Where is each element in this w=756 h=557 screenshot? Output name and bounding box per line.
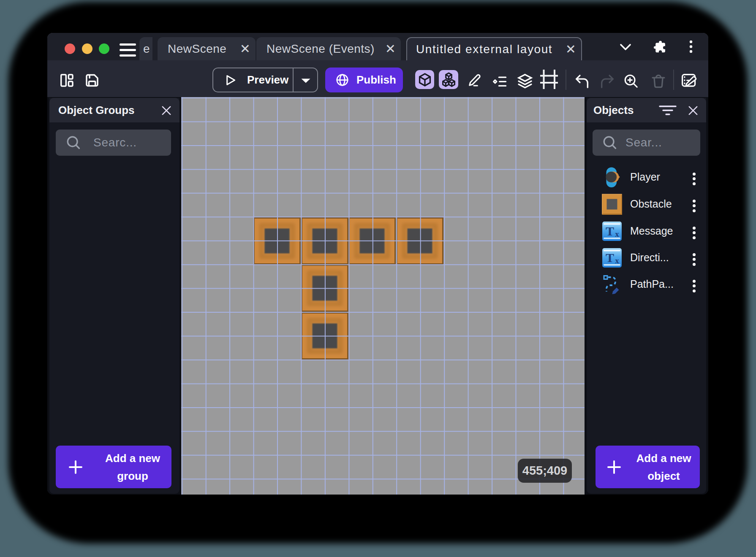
svg-text:x: x — [615, 230, 619, 238]
svg-text:x: x — [615, 256, 619, 265]
svg-text:T: T — [606, 224, 614, 238]
svg-text:T: T — [606, 251, 614, 265]
